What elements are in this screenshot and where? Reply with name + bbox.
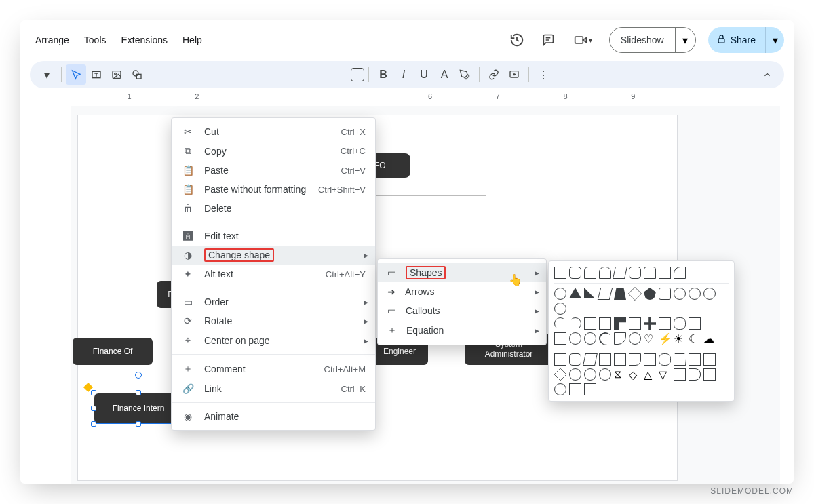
shape-bevel[interactable] [554, 332, 566, 345]
shape-hexagon[interactable] [659, 288, 671, 300]
shape-flow-magnetic-disk[interactable] [554, 383, 566, 395]
shape-flow-terminator[interactable] [659, 353, 671, 366]
shape-flow-predefined[interactable] [599, 353, 611, 366]
shape-top-round[interactable] [599, 267, 611, 279]
menu-help[interactable]: Help [180, 31, 205, 50]
shape-sun[interactable]: ☀ [674, 332, 686, 345]
ctx-edit-text[interactable]: 🅰 Edit text [172, 227, 375, 246]
underline-icon[interactable]: U [414, 64, 434, 85]
shape-parallelogram-2[interactable] [598, 288, 613, 300]
ctx-order[interactable]: ▭ Order ▸ [172, 292, 375, 311]
shape-folded-corner[interactable] [614, 332, 626, 345]
select-tool-icon[interactable] [66, 64, 86, 85]
shape-half-round[interactable] [644, 267, 656, 279]
shape-donut[interactable] [569, 332, 581, 345]
shape-flow-display[interactable] [584, 383, 596, 395]
shape-flow-stored-data[interactable] [674, 368, 686, 381]
shape-flow-manual-op[interactable] [674, 353, 686, 366]
shape-smiley[interactable] [629, 332, 641, 345]
shape-flow-seq-storage[interactable] [703, 368, 716, 381]
shape-flow-merge[interactable]: ▽ [659, 368, 671, 381]
shape-trapezoid[interactable] [614, 288, 626, 300]
shape-flow-or[interactable] [599, 368, 611, 381]
shape-flow-alt-process[interactable] [569, 353, 581, 366]
shape-decagon[interactable] [703, 288, 716, 300]
shape-rectangle[interactable] [554, 267, 566, 279]
node-finance-intern[interactable]: Finance Intern [94, 393, 182, 423]
shape-parallelogram[interactable] [613, 267, 627, 279]
slideshow-button[interactable]: Slideshow [610, 28, 675, 52]
ctx-rotate[interactable]: ⟳ Rotate ▸ [172, 311, 375, 330]
add-comment-icon[interactable] [504, 64, 524, 85]
shape-half-frame[interactable] [599, 317, 611, 330]
more-tools-icon[interactable]: ⋮ [533, 64, 554, 85]
ctx-comment[interactable]: ＋ Comment Ctrl+Alt+M [172, 359, 375, 379]
italic-icon[interactable]: I [393, 64, 414, 85]
shape-cloud[interactable]: ☁ [703, 332, 716, 345]
menu-extensions[interactable]: Extensions [119, 31, 170, 50]
ctx-change-shape[interactable]: ◑ Change shape ▸ [172, 246, 375, 265]
ctx-link[interactable]: 🔗 Link Ctrl+K [172, 379, 375, 398]
textbox-tool-icon[interactable] [86, 64, 106, 85]
shape-rounded-rect[interactable] [569, 267, 581, 279]
share-button[interactable]: Share [708, 27, 765, 53]
shape-flow-direct-access[interactable] [569, 383, 581, 395]
shape-flow-connector[interactable] [569, 368, 581, 381]
ctx-delete[interactable]: 🗑 Delete [172, 199, 375, 218]
ctx-paste-without-formatting[interactable]: 📋 Paste without formatting Ctrl+Shift+V [172, 180, 375, 199]
menu-arrange[interactable]: Arrange [33, 31, 72, 50]
shape-rounded[interactable] [629, 267, 641, 279]
highlight-icon[interactable] [454, 64, 475, 85]
ctx-cut[interactable]: ✂ Cut Ctrl+X [172, 122, 375, 141]
shape-flow-delay[interactable] [689, 368, 701, 381]
shape-chord[interactable] [569, 317, 581, 330]
node-finance-officer[interactable]: Finance Of [73, 338, 153, 365]
shape-right-triangle[interactable] [584, 288, 596, 300]
shape-flow-data[interactable] [583, 353, 598, 366]
shape-dodecagon[interactable] [554, 303, 566, 315]
shape-flow-card[interactable] [689, 353, 701, 366]
shape-lightning[interactable]: ⚡ [659, 332, 671, 345]
shape-moon[interactable]: ☾ [689, 332, 701, 345]
shape-flow-collate[interactable]: ⧖ [614, 368, 626, 381]
shape-plus[interactable] [644, 317, 656, 330]
shape-arc[interactable] [597, 330, 613, 346]
shape-corner-round[interactable] [674, 267, 686, 279]
shape-flow-sort[interactable]: ◇ [629, 368, 641, 381]
meet-icon[interactable]: ▾ [570, 31, 597, 50]
shape-flow-summing[interactable] [584, 368, 596, 381]
shape-heptagon[interactable] [674, 288, 686, 300]
ctx-copy[interactable]: ⧉ Copy Ctrl+C [172, 141, 375, 161]
shape-triangle[interactable] [569, 288, 581, 300]
menu-tools[interactable]: Tools [81, 31, 109, 50]
bold-icon[interactable]: B [373, 64, 393, 85]
submenu-equation[interactable]: ＋ Equation ▸ [378, 320, 546, 341]
fill-color-icon[interactable] [351, 68, 364, 81]
share-dropdown[interactable]: ▾ [765, 27, 784, 53]
shape-can[interactable] [674, 317, 686, 330]
link-tool-icon[interactable] [484, 64, 504, 85]
shape-rect-2[interactable] [659, 267, 671, 279]
shape-diag-stripe[interactable] [629, 317, 641, 330]
shape-snip-corner[interactable] [584, 267, 596, 279]
shape-octagon[interactable] [689, 288, 701, 300]
shape-tool-icon[interactable] [127, 64, 147, 85]
shape-flow-tape[interactable] [703, 353, 716, 366]
shape-diamond[interactable] [628, 287, 642, 301]
shape-no-symbol[interactable] [584, 332, 596, 345]
history-icon[interactable] [507, 31, 526, 50]
shape-flow-process[interactable] [554, 353, 566, 366]
shape-pie[interactable] [554, 317, 566, 330]
shape-l-shape[interactable] [614, 317, 626, 330]
shape-flow-document[interactable] [629, 353, 641, 366]
toolbar-drop-left[interactable]: ▾ [37, 64, 57, 85]
shape-circle[interactable] [554, 288, 566, 300]
image-tool-icon[interactable] [106, 64, 127, 85]
shape-flow-multidoc[interactable] [644, 353, 656, 366]
shape-heart[interactable]: ♡ [644, 332, 656, 345]
shape-plaque[interactable] [659, 317, 671, 330]
shape-cube[interactable] [689, 317, 701, 330]
shape-flow-internal-storage[interactable] [614, 353, 626, 366]
shape-flow-decision[interactable] [554, 368, 566, 381]
shape-flow-extract[interactable]: △ [644, 368, 656, 381]
